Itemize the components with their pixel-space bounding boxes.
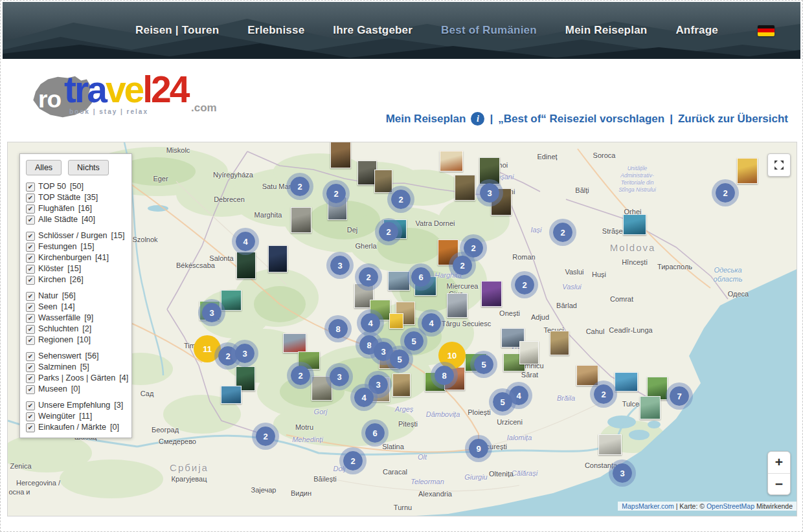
filter-item-seen[interactable]: ✔Seen[14] <box>26 302 126 313</box>
cluster-marker[interactable]: 5 <box>386 346 413 373</box>
checkbox-icon[interactable]: ✔ <box>26 276 35 285</box>
checkbox-icon[interactable]: ✔ <box>26 183 35 192</box>
checkbox-icon[interactable]: ✔ <box>26 374 35 383</box>
photo-marker[interactable] <box>440 151 463 172</box>
filter-item-kirchenburgen[interactable]: ✔Kirchenburgen[41] <box>26 252 126 263</box>
photo-marker[interactable] <box>291 207 311 233</box>
cluster-marker[interactable]: 4 <box>232 228 259 255</box>
cluster-marker[interactable]: 3 <box>326 252 354 279</box>
filter-item-schloesser-burgen[interactable]: ✔Schlösser / Burgen[15] <box>26 230 126 241</box>
cluster-marker[interactable]: 7 <box>666 382 693 410</box>
checkbox-icon[interactable]: ✔ <box>26 216 35 225</box>
filter-item-top50[interactable]: ✔TOP 50[50] <box>26 181 126 192</box>
checkbox-icon[interactable]: ✔ <box>26 265 35 274</box>
photo-marker[interactable] <box>236 252 256 279</box>
photo-marker[interactable] <box>283 333 306 353</box>
cluster-marker[interactable]: 5 <box>489 388 516 416</box>
filter-item-flughaefen[interactable]: ✔Flughäfen[16] <box>26 203 126 214</box>
mapsmarker-link[interactable]: MapsMarker.com <box>622 502 674 510</box>
nav-item-erlebnisse[interactable]: Erlebnisse <box>247 24 304 37</box>
nav-item-mein-reiseplan[interactable]: Mein Reiseplan <box>565 24 648 37</box>
photo-marker[interactable] <box>737 158 758 184</box>
photo-marker[interactable] <box>330 142 351 168</box>
cluster-marker[interactable]: 8 <box>324 315 352 342</box>
filter-item-wasserfaelle[interactable]: ✔Wasserfälle[9] <box>26 313 126 324</box>
german-flag-icon[interactable] <box>758 25 775 36</box>
photo-marker[interactable] <box>221 386 242 404</box>
cluster-marker[interactable]: 2 <box>511 271 538 298</box>
cluster-marker[interactable]: 5 <box>470 351 497 378</box>
photo-marker[interactable] <box>388 271 410 291</box>
checkbox-icon[interactable]: ✔ <box>26 412 35 421</box>
filter-item-festungen[interactable]: ✔Festungen[15] <box>26 241 126 252</box>
zoom-in-button[interactable]: + <box>768 452 790 473</box>
photo-marker[interactable] <box>455 175 475 201</box>
checkbox-icon[interactable]: ✔ <box>26 243 35 252</box>
osm-link[interactable]: OpenStreetMap <box>707 502 754 510</box>
photo-marker[interactable] <box>268 245 288 272</box>
link-mein-reiseplan[interactable]: Mein Reiseplan <box>386 113 466 126</box>
filter-item-kirchen[interactable]: ✔Kirchen[26] <box>26 274 126 285</box>
checkbox-icon[interactable]: ✔ <box>26 385 35 394</box>
cluster-marker[interactable]: 2 <box>252 423 279 450</box>
filter-item-regionen[interactable]: ✔Regionen[10] <box>26 335 126 346</box>
filter-item-alle-staedte[interactable]: ✔Alle Städte[40] <box>26 214 126 225</box>
filter-item-museen[interactable]: ✔Museen[0] <box>26 384 126 395</box>
cluster-marker[interactable]: 8 <box>431 362 458 389</box>
cluster-marker[interactable]: 2 <box>590 381 617 408</box>
checkbox-icon[interactable]: ✔ <box>26 232 35 241</box>
checkbox-icon[interactable]: ✔ <box>26 194 35 203</box>
filter-item-sehenswert[interactable]: ✔Sehenswert[56] <box>26 351 126 362</box>
cluster-marker[interactable]: 6 <box>407 263 435 291</box>
zoom-out-button[interactable]: − <box>768 474 790 495</box>
cluster-marker[interactable]: 3 <box>231 340 258 367</box>
link-best-of-vorschlagen[interactable]: „Best of“ Reiseziel vorschlagen <box>498 113 664 126</box>
photo-marker[interactable] <box>623 214 646 235</box>
checkbox-icon[interactable]: ✔ <box>26 423 35 432</box>
filter-item-top-staedte[interactable]: ✔TOP Städte[35] <box>26 192 126 203</box>
filter-item-salzminen[interactable]: ✔Salzminen[5] <box>26 362 126 373</box>
filter-item-unsere-empfehlung[interactable]: ✔Unsere Empfehlung[3] <box>26 400 126 411</box>
cluster-marker[interactable]: 2 <box>449 252 476 279</box>
nav-item-reisen-touren[interactable]: Reisen | Touren <box>135 24 219 37</box>
cluster-marker[interactable]: 2 <box>549 219 576 246</box>
photo-marker[interactable] <box>389 313 403 329</box>
checkbox-icon[interactable]: ✔ <box>26 401 35 410</box>
filter-item-kloester[interactable]: ✔Klöster[15] <box>26 263 126 274</box>
filter-item-parks-zoos-gaerten[interactable]: ✔Parks | Zoos | Gärten[4] <box>26 373 126 384</box>
cluster-marker[interactable]: 3 <box>609 460 636 487</box>
cluster-marker[interactable]: 6 <box>361 419 389 447</box>
cluster-marker[interactable]: 3 <box>326 363 353 390</box>
info-icon[interactable]: i <box>471 112 484 126</box>
checkbox-icon[interactable]: ✔ <box>26 205 35 214</box>
cluster-marker[interactable]: 3 <box>476 179 503 206</box>
map-canvas[interactable]: MiskolcEgerNyíregyházaDebrecenMarghitaSz… <box>7 142 797 516</box>
cluster-marker[interactable]: 2 <box>387 186 414 213</box>
photo-marker[interactable] <box>550 331 569 355</box>
nav-item-ihre-gastgeber[interactable]: Ihre Gastgeber <box>333 24 413 37</box>
cluster-marker[interactable]: 2 <box>355 263 382 291</box>
checkbox-icon[interactable]: ✔ <box>26 336 35 345</box>
filter-item-schluchten[interactable]: ✔Schluchten[2] <box>26 324 126 335</box>
cluster-marker[interactable]: 2 <box>339 447 367 474</box>
photo-marker[interactable] <box>598 434 622 455</box>
filter-item-natur[interactable]: ✔Natur[56] <box>26 291 126 302</box>
nav-item-best-of-rumaenien[interactable]: Best of Rumänien <box>441 24 537 37</box>
photo-marker[interactable] <box>615 372 638 392</box>
link-zurueck-uebersicht[interactable]: Zurück zur Übersicht <box>678 113 788 126</box>
cluster-marker[interactable]: 9 <box>465 435 492 462</box>
cluster-marker[interactable]: 2 <box>287 362 314 389</box>
cluster-marker[interactable]: 2 <box>286 173 313 200</box>
checkbox-icon[interactable]: ✔ <box>26 352 35 361</box>
cluster-marker[interactable]: 3 <box>198 299 225 326</box>
checkbox-icon[interactable]: ✔ <box>26 314 35 323</box>
fullscreen-button[interactable] <box>767 153 791 177</box>
checkbox-icon[interactable]: ✔ <box>26 363 35 372</box>
checkbox-icon[interactable]: ✔ <box>26 325 35 334</box>
logo[interactable]: ro travel24 book | stay | relax .com <box>27 71 247 135</box>
checkbox-icon[interactable]: ✔ <box>26 303 35 312</box>
cluster-marker[interactable]: 4 <box>350 384 378 411</box>
photo-marker[interactable] <box>640 396 661 419</box>
photo-marker[interactable] <box>447 293 468 318</box>
cluster-marker[interactable]: 2 <box>712 179 739 206</box>
